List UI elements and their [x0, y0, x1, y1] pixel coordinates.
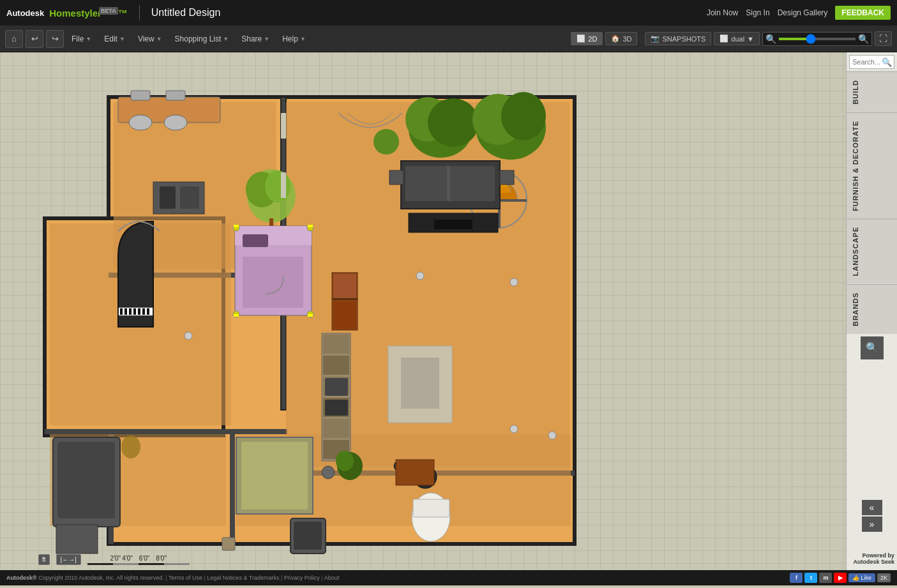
view-menu[interactable]: View ▼	[133, 32, 167, 46]
brands-tab[interactable]: BRANDS	[847, 284, 897, 334]
share-menu[interactable]: Share ▼	[236, 32, 275, 46]
thumbs-up-icon: 👍	[852, 575, 859, 581]
canvas-area[interactable]: ft |←→| 2'0" 4'0" 6'0" 8'0"	[0, 52, 846, 570]
collapse-buttons: « »	[847, 500, 897, 532]
svg-point-99	[185, 332, 192, 340]
feedback-button[interactable]: FEEDBACK	[835, 6, 891, 20]
svg-rect-23	[120, 308, 123, 315]
about-link[interactable]: About	[324, 575, 340, 581]
panel-search-button[interactable]: 🔍	[882, 57, 892, 67]
terms-link[interactable]: Terms of Use	[169, 575, 202, 581]
svg-rect-19	[166, 91, 185, 100]
3d-mode-button[interactable]: 🏠 3D	[605, 32, 637, 45]
svg-rect-102	[222, 538, 235, 550]
svg-point-100	[416, 272, 424, 280]
footer-social: f t m ▶ 👍 Like 2K	[790, 573, 891, 583]
build-tab[interactable]: BUILD	[847, 72, 897, 112]
measure-button[interactable]: |←→|	[56, 554, 81, 565]
edit-menu-arrow: ▼	[119, 36, 125, 42]
file-menu-arrow: ▼	[86, 36, 91, 42]
footer-copyright: Autodesk® Copyright 2010 Autodesk, Inc. …	[6, 575, 339, 581]
svg-point-87	[336, 451, 354, 471]
main-toolbar: ⌂ ↩ ↪ File ▼ Edit ▼ View ▼ Shopping List…	[0, 26, 897, 52]
svg-rect-63	[332, 298, 358, 300]
svg-rect-88	[322, 466, 335, 479]
myspace-icon[interactable]: m	[819, 573, 832, 583]
svg-rect-79	[325, 378, 348, 396]
svg-rect-62	[333, 301, 356, 329]
main-content-area: ft |←→| 2'0" 4'0" 6'0" 8'0" 🔍 BUILD FURN…	[0, 52, 897, 570]
redo-button[interactable]: ↪	[46, 30, 64, 48]
svg-rect-5	[45, 429, 287, 434]
svg-rect-32	[180, 186, 199, 209]
snapshots-button[interactable]: 📷 SNAPSHOTS	[645, 32, 711, 45]
svg-rect-94	[234, 314, 239, 317]
youtube-icon[interactable]: ▶	[834, 573, 847, 583]
svg-rect-28	[142, 308, 145, 315]
svg-rect-6	[230, 429, 235, 544]
svg-rect-24	[124, 308, 127, 315]
collapse-up-button[interactable]: «	[862, 500, 882, 515]
privacy-link[interactable]: Privacy Policy	[284, 575, 320, 581]
svg-rect-82	[401, 358, 439, 409]
dual-arrow: ▼	[747, 35, 754, 43]
right-side-panel: 🔍 BUILD FURNISH & DECORATE LANDSCAPE BRA…	[846, 52, 897, 570]
powered-by-text: Powered by Autodesk Seek	[849, 552, 894, 565]
logo-divider	[139, 5, 140, 20]
file-menu[interactable]: File ▼	[66, 32, 96, 46]
legal-link[interactable]: Legal Notices & Trademarks	[207, 575, 279, 581]
homestyler-logo: HomestylerBETA™	[49, 8, 128, 19]
unit-button[interactable]: ft	[38, 554, 50, 565]
svg-rect-52	[500, 170, 514, 185]
svg-point-59	[501, 92, 546, 140]
svg-rect-40	[243, 257, 303, 308]
facebook-icon[interactable]: f	[790, 573, 803, 583]
like-button[interactable]: 👍 Like	[848, 573, 875, 582]
furnish-decorate-tab[interactable]: FURNISH & DECORATE	[847, 112, 897, 219]
join-now-link[interactable]: Join Now	[707, 8, 738, 17]
svg-rect-80	[325, 400, 348, 416]
design-title: Untitled Design	[151, 7, 221, 19]
zoom-control: 🔍 🔍	[762, 32, 872, 46]
svg-point-97	[510, 278, 518, 286]
2d-mode-button[interactable]: ⬜ 2D	[571, 32, 603, 45]
dual-button[interactable]: ⬜ dual ▼	[714, 32, 760, 45]
svg-rect-92	[234, 225, 239, 227]
svg-rect-51	[389, 170, 403, 185]
autodesk-footer-logo: Autodesk®	[6, 575, 37, 581]
svg-point-98	[510, 425, 518, 433]
svg-rect-93	[308, 225, 313, 227]
svg-rect-65	[57, 442, 115, 518]
scale-bar-container: ft |←→| 2'0" 4'0" 6'0" 8'0"	[38, 554, 190, 565]
edit-menu[interactable]: Edit ▼	[99, 32, 130, 46]
zoom-out-button[interactable]: 🔍	[765, 34, 776, 44]
camera-icon: 📷	[651, 34, 660, 43]
help-menu[interactable]: Help ▼	[277, 32, 311, 46]
undo-button[interactable]: ↩	[26, 30, 43, 48]
svg-point-56	[428, 98, 479, 147]
collapse-down-button[interactable]: »	[862, 516, 882, 532]
landscape-tab[interactable]: LANDSCAPE	[847, 218, 897, 283]
zoom-in-button[interactable]: 🔍	[858, 34, 869, 44]
svg-rect-47	[405, 166, 447, 201]
view-menu-arrow: ▼	[156, 36, 162, 42]
fullscreen-button[interactable]: ⛶	[875, 31, 892, 46]
design-gallery-link[interactable]: Design Gallery	[778, 8, 828, 17]
shopping-list-menu[interactable]: Shopping List ▼	[170, 32, 234, 46]
sign-in-link[interactable]: Sign In	[746, 8, 769, 17]
home-button[interactable]: ⌂	[5, 30, 23, 48]
svg-rect-95	[308, 314, 313, 317]
zoom-slider[interactable]	[779, 38, 856, 40]
svg-rect-91	[294, 522, 322, 550]
beta-badge: BETA	[99, 7, 118, 15]
dual-icon: ⬜	[720, 34, 728, 43]
svg-rect-70	[56, 525, 98, 554]
svg-rect-50	[434, 220, 472, 229]
floorplan-container	[6, 59, 846, 570]
search-large-button[interactable]: 🔍	[861, 336, 884, 359]
twitter-icon[interactable]: t	[804, 573, 817, 583]
svg-rect-67	[241, 442, 308, 509]
share-menu-arrow: ▼	[264, 36, 269, 42]
autodesk-logo: Autodesk	[6, 8, 44, 18]
svg-rect-27	[138, 308, 140, 315]
